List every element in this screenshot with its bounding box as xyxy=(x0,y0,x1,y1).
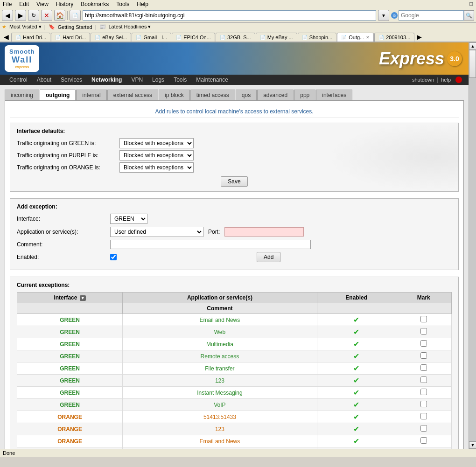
nav-tools[interactable]: Tools xyxy=(169,75,191,85)
check-icon: ✔ xyxy=(353,376,359,384)
table-row: ORANGE 123 ✔ xyxy=(17,423,452,435)
mark-checkbox[interactable] xyxy=(420,364,427,371)
cell-mark xyxy=(396,338,451,350)
tab-ppp[interactable]: ppp xyxy=(294,90,315,100)
tab-qos[interactable]: qos xyxy=(236,90,257,100)
mark-checkbox[interactable] xyxy=(420,425,427,432)
menu-edit[interactable]: Edit xyxy=(19,1,29,7)
search-input[interactable] xyxy=(399,10,464,21)
mark-checkbox[interactable] xyxy=(420,401,427,407)
section-bg-decoration xyxy=(328,123,458,191)
scroll-down-button[interactable]: ▼ xyxy=(469,441,476,449)
tab-shoppin[interactable]: 📄Shoppin... xyxy=(298,33,337,42)
sort-icon[interactable]: ▼ xyxy=(80,295,86,301)
scrollbar-track[interactable] xyxy=(469,50,476,441)
add-button[interactable]: Add xyxy=(257,252,280,262)
nav-maintenance[interactable]: Maintenance xyxy=(191,75,233,85)
bookmark-getting-started[interactable]: Getting Started xyxy=(58,24,92,30)
interface-dropdown[interactable]: GREEN PURPLE ORANGE xyxy=(110,214,147,224)
mark-checkbox[interactable] xyxy=(420,376,427,383)
check-icon: ✔ xyxy=(353,437,359,445)
green-interface-select[interactable]: Blocked with exceptions Open Blocked xyxy=(119,138,194,148)
tab-2009[interactable]: 📄2009103... xyxy=(374,33,414,42)
menu-help[interactable]: Help xyxy=(137,1,148,7)
orange-interface-select[interactable]: Blocked with exceptions Open Blocked xyxy=(119,162,194,173)
tab-outgoing[interactable]: outgoing xyxy=(40,90,76,100)
table-row: GREEN Multimedia ✔ xyxy=(17,338,452,350)
enabled-label: Enabled: xyxy=(17,254,110,260)
nav-about[interactable]: About xyxy=(32,75,56,85)
purple-interface-select[interactable]: Blocked with exceptions Open Blocked xyxy=(119,150,194,160)
mark-checkbox[interactable] xyxy=(420,316,427,322)
topbar-shutdown[interactable]: shutdown xyxy=(409,75,437,84)
cell-service: Multimedia xyxy=(123,338,317,350)
tab-interfaces[interactable]: interfaces xyxy=(316,90,352,100)
back-button[interactable]: ◀ xyxy=(2,10,13,21)
table-row: ORANGE Email and News ✔ xyxy=(17,435,452,447)
bookmark-button[interactable]: 📄 xyxy=(70,10,81,21)
menu-view[interactable]: View xyxy=(36,1,49,7)
sw-logo-smooth: Smooth xyxy=(9,48,35,55)
menu-history[interactable]: History xyxy=(56,1,73,7)
tab-32gb[interactable]: 📄32GB, S... xyxy=(216,33,255,42)
menu-tools[interactable]: Tools xyxy=(116,1,129,7)
tabs-left-arrow[interactable]: ◀ xyxy=(2,32,11,42)
tab-hard-dri-2[interactable]: 📄Hard Dri... xyxy=(51,33,90,42)
col-comment: Comment xyxy=(123,303,317,314)
reload-button[interactable]: ↻ xyxy=(28,10,39,21)
cell-service: Email and News xyxy=(123,314,317,326)
tab-ip-block[interactable]: ip block xyxy=(159,90,190,100)
tab-internal[interactable]: internal xyxy=(76,90,106,100)
save-button[interactable]: Save xyxy=(221,176,247,187)
nav-services[interactable]: Services xyxy=(56,75,87,85)
mark-checkbox[interactable] xyxy=(420,340,427,347)
port-input[interactable] xyxy=(224,227,304,237)
tab-gmail[interactable]: 📄Gmail - I... xyxy=(132,33,171,42)
tab-myebay[interactable]: 📄My eBay ... xyxy=(256,33,297,42)
tabs-right-arrow[interactable]: ▶ xyxy=(415,32,424,42)
nav-logs[interactable]: Logs xyxy=(147,75,169,85)
menu-bookmarks[interactable]: Bookmarks xyxy=(81,1,109,7)
app-service-dropdown[interactable]: User defined Email and News Web Multimed… xyxy=(110,227,203,237)
forward-button[interactable]: ▶ xyxy=(15,10,26,21)
home-button[interactable]: 🏠 xyxy=(54,10,65,21)
nav-networking[interactable]: Networking xyxy=(87,75,126,85)
enabled-row: Enabled: Add xyxy=(17,252,452,262)
sw-body: incoming outgoing internal external acce… xyxy=(0,85,469,449)
tab-close-icon[interactable]: ✕ xyxy=(366,35,370,40)
comment-input[interactable] xyxy=(110,240,311,249)
cell-interface: GREEN xyxy=(17,375,123,387)
tab-outgoing[interactable]: 📄Outg...✕ xyxy=(337,33,374,42)
enabled-checkbox[interactable] xyxy=(110,254,117,260)
scroll-up-button[interactable]: ▲ xyxy=(469,42,476,50)
search-submit-button[interactable]: 🔍 xyxy=(464,10,474,21)
tab-ebay-sel[interactable]: 📄eBay Sel... xyxy=(91,33,131,42)
tab-epic4[interactable]: 📄EPIC4 On... xyxy=(172,33,215,42)
tab-timed-access[interactable]: timed access xyxy=(190,90,235,100)
mark-checkbox[interactable] xyxy=(420,389,427,395)
mark-checkbox[interactable] xyxy=(420,437,427,444)
address-input[interactable] xyxy=(83,10,376,21)
check-icon: ✔ xyxy=(353,401,359,409)
tab-external-access[interactable]: external access xyxy=(107,90,158,100)
sw-logo-express-small: express xyxy=(15,65,29,69)
mark-checkbox[interactable] xyxy=(420,352,427,359)
mark-checkbox[interactable] xyxy=(420,413,427,419)
stop-button[interactable]: ✕ xyxy=(41,10,52,21)
nav-control[interactable]: Control xyxy=(5,75,32,85)
tab-advanced[interactable]: advanced xyxy=(257,90,294,100)
tab-incoming[interactable]: incoming xyxy=(5,90,39,100)
address-go-button[interactable]: ▼ xyxy=(378,10,389,21)
nav-vpn[interactable]: VPN xyxy=(126,75,147,85)
bookmark-latest-headlines[interactable]: Latest Headlines ▾ xyxy=(109,24,151,30)
cell-interface: GREEN xyxy=(17,350,123,362)
purple-interface-label: Traffic originating on PURPLE is: xyxy=(17,152,119,159)
topbar-help[interactable]: help xyxy=(438,75,454,84)
cell-mark xyxy=(396,447,451,449)
menu-file[interactable]: File xyxy=(3,1,12,7)
mark-checkbox[interactable] xyxy=(420,328,427,335)
check-icon: ✔ xyxy=(353,425,359,433)
tab-hard-dri-1[interactable]: 📄Hard Dri... xyxy=(11,33,50,42)
scrollbar-thumb[interactable] xyxy=(469,50,476,78)
bookmark-most-visited[interactable]: Most Visited ▾ xyxy=(9,24,42,30)
